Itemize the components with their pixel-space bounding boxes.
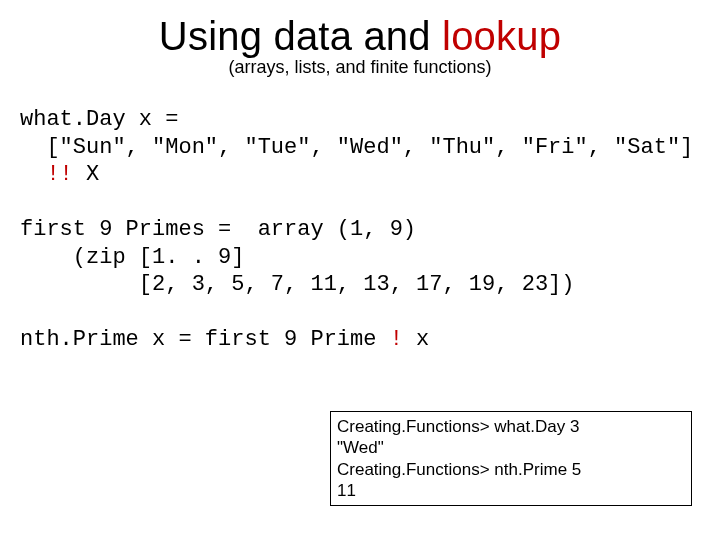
operator-bang: ! (390, 327, 403, 352)
repl-line: Creating.Functions> nth.Prime 5 (337, 460, 581, 479)
code-line: what.Day x = (20, 107, 178, 132)
slide-title: Using data and lookup (18, 14, 702, 59)
code-line: nth.Prime x = first 9 Prime (20, 327, 390, 352)
code-line (20, 162, 46, 187)
code-line: (zip [1. . 9] (20, 245, 244, 270)
operator-bangbang: !! (46, 162, 72, 187)
repl-output-box: Creating.Functions> what.Day 3 "Wed" Cre… (330, 411, 692, 506)
code-line: x (403, 327, 429, 352)
repl-line: "Wed" (337, 438, 384, 457)
title-highlight: lookup (442, 14, 561, 58)
slide: Using data and lookup (arrays, lists, an… (0, 0, 720, 540)
code-line: [2, 3, 5, 7, 11, 13, 17, 19, 23]) (20, 272, 575, 297)
slide-subtitle: (arrays, lists, and finite functions) (18, 57, 702, 78)
title-block: Using data and lookup (arrays, lists, an… (18, 14, 702, 78)
code-line: ["Sun", "Mon", "Tue", "Wed", "Thu", "Fri… (20, 135, 693, 160)
title-text: Using data and (159, 14, 442, 58)
repl-line: Creating.Functions> what.Day 3 (337, 417, 579, 436)
code-block: what.Day x = ["Sun", "Mon", "Tue", "Wed"… (20, 106, 702, 354)
repl-line: 11 (337, 481, 356, 500)
code-line: X (73, 162, 99, 187)
code-line: first 9 Primes = array (1, 9) (20, 217, 416, 242)
